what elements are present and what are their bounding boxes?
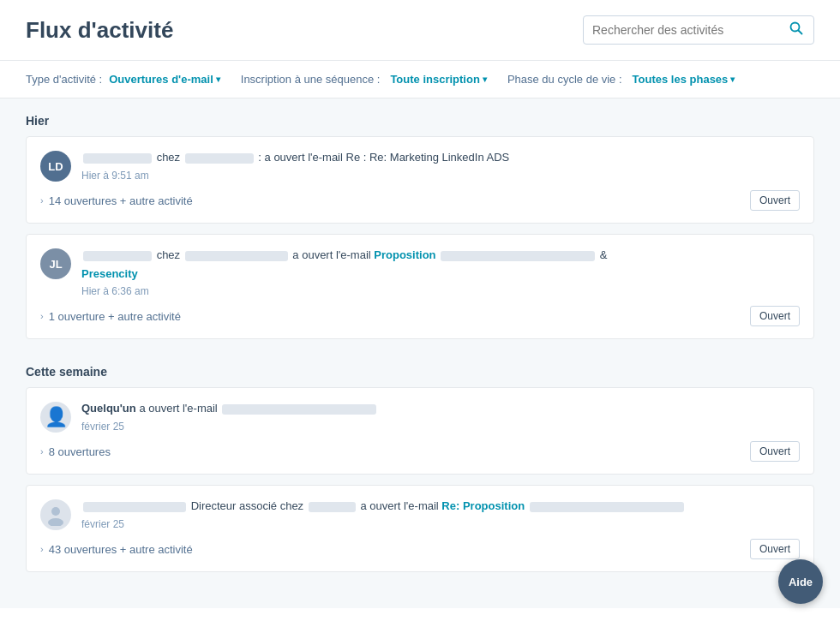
activity-type-label: Type d'activité :: [26, 73, 102, 86]
presencity-link[interactable]: Presencity: [81, 267, 138, 280]
card-body: Directeur associé chez a ouvert l'e-mail…: [81, 498, 800, 530]
card-time: Hier à 6:36 am: [81, 285, 800, 297]
secondary-link-row: Presencity: [81, 266, 800, 283]
email-subject-blur: [441, 251, 595, 261]
open-button[interactable]: Ouvert: [750, 306, 800, 326]
svg-point-3: [48, 518, 63, 526]
expand-row[interactable]: › 43 ouvertures + autre activité: [40, 543, 193, 556]
card-text: Quelqu'un a ouvert l'e-mail: [81, 400, 800, 417]
chevron-down-icon-2: ▾: [483, 75, 487, 84]
expand-row[interactable]: › 14 ouvertures + autre activité: [40, 194, 193, 207]
card-body: Quelqu'un a ouvert l'e-mail février 25: [81, 400, 800, 433]
expand-text: 43 ouvertures + autre activité: [49, 543, 193, 556]
card-time: Hier à 9:51 am: [81, 170, 800, 182]
search-input[interactable]: [592, 23, 788, 37]
page-title: Flux d'activité: [26, 17, 173, 44]
activity-type-value: Ouvertures d'e-mail: [109, 73, 213, 86]
chevron-right-icon: ›: [40, 446, 44, 457]
card-time: février 25: [81, 518, 800, 530]
card-footer: › 14 ouvertures + autre activité Ouvert: [40, 190, 800, 211]
expand-text: 1 ouverture + autre activité: [49, 310, 181, 323]
expand-row[interactable]: › 8 ouvertures: [40, 445, 111, 458]
chevron-down-icon-3: ▾: [730, 75, 735, 84]
card-action: : a ouvert l'e-mail Re : Re: Marketing L…: [258, 151, 509, 164]
card-text: chez a ouvert l'e-mail Proposition &: [81, 247, 800, 264]
card-top: Directeur associé chez a ouvert l'e-mail…: [40, 498, 800, 530]
filter-bar: Type d'activité : Ouvertures d'e-mail ▾ …: [0, 61, 840, 99]
person-name: Quelqu'un: [81, 402, 136, 415]
card-time: février 25: [81, 421, 800, 433]
expand-text: 8 ouvertures: [49, 445, 111, 458]
expand-text: 14 ouvertures + autre activité: [49, 194, 193, 207]
section-title-week: Cette semaine: [26, 349, 814, 387]
search-button[interactable]: [788, 21, 805, 39]
card-text-chez: chez: [157, 248, 183, 261]
card-text: Directeur associé chez a ouvert l'e-mail…: [81, 498, 800, 515]
activity-card: 👤 Quelqu'un a ouvert l'e-mail février 25…: [26, 387, 814, 475]
open-button[interactable]: Ouvert: [750, 539, 800, 559]
activity-type-dropdown[interactable]: Ouvertures d'e-mail ▾: [109, 73, 220, 86]
chevron-right-icon: ›: [40, 311, 44, 321]
open-button[interactable]: Ouvert: [750, 441, 800, 462]
activity-card: JL chez a ouvert l'e-mail Proposition & …: [26, 234, 814, 339]
role-text: Directeur associé chez: [191, 499, 304, 512]
activity-card: LD chez : a ouvert l'e-mail Re : Re: Mar…: [26, 136, 814, 224]
person-name-blur: [83, 502, 186, 512]
email-subject-blur: [222, 404, 376, 415]
lifecycle-label: Phase du cycle de vie :: [507, 73, 622, 86]
main-content: Hier LD chez : a ouvert l'e-mail Re : Re…: [0, 99, 840, 608]
card-footer: › 8 ouvertures Ouvert: [40, 441, 800, 462]
card-top: JL chez a ouvert l'e-mail Proposition & …: [40, 247, 800, 297]
lifecycle-value: Toutes les phases: [633, 73, 729, 86]
company-blur: [309, 502, 356, 512]
person-icon: 👤: [45, 406, 68, 428]
sequence-value: Toute inscription: [390, 73, 479, 86]
company-name-blur: [185, 251, 288, 261]
card-footer: › 1 ouverture + autre activité Ouvert: [40, 306, 800, 326]
person-name-blur: [83, 251, 152, 261]
email-highlight: Proposition: [374, 248, 435, 261]
card-text-before: chez: [157, 151, 183, 164]
email-subject-blur: [530, 502, 684, 512]
card-top: 👤 Quelqu'un a ouvert l'e-mail février 25: [40, 400, 800, 433]
avatar-generic: 👤: [40, 402, 71, 433]
help-button[interactable]: Aide: [778, 559, 823, 604]
card-footer: › 43 ouvertures + autre activité Ouvert: [40, 539, 800, 559]
avatar: LD: [40, 151, 71, 182]
card-body: chez a ouvert l'e-mail Proposition & Pre…: [81, 247, 800, 297]
section-title-hier: Hier: [26, 99, 814, 136]
person-name-blur: [83, 153, 152, 164]
search-box: [583, 15, 814, 45]
svg-line-1: [799, 31, 802, 34]
card-action: a ouvert l'e-mail: [139, 402, 217, 415]
chevron-down-icon: ▾: [216, 75, 220, 84]
chevron-right-icon: ›: [40, 544, 44, 554]
page-header: Flux d'activité: [0, 0, 840, 61]
open-button[interactable]: Ouvert: [750, 190, 800, 211]
expand-row[interactable]: › 1 ouverture + autre activité: [40, 310, 181, 323]
activity-card: Directeur associé chez a ouvert l'e-mail…: [26, 485, 814, 572]
help-label: Aide: [789, 576, 813, 588]
card-top: LD chez : a ouvert l'e-mail Re : Re: Mar…: [40, 149, 800, 182]
lifecycle-dropdown[interactable]: Toutes les phases ▾: [633, 73, 735, 86]
avatar: JL: [40, 248, 71, 279]
card-body: chez : a ouvert l'e-mail Re : Re: Market…: [81, 149, 800, 182]
email-highlight: Re: Proposition: [441, 499, 525, 512]
card-text: chez : a ouvert l'e-mail Re : Re: Market…: [81, 149, 800, 166]
chevron-right-icon: ›: [40, 195, 44, 206]
sequence-label: Inscription à une séquence :: [241, 73, 381, 86]
avatar-photo: [40, 499, 71, 530]
svg-point-2: [51, 507, 60, 516]
company-name-blur: [185, 153, 254, 164]
sequence-dropdown[interactable]: Toute inscription ▾: [390, 73, 486, 86]
